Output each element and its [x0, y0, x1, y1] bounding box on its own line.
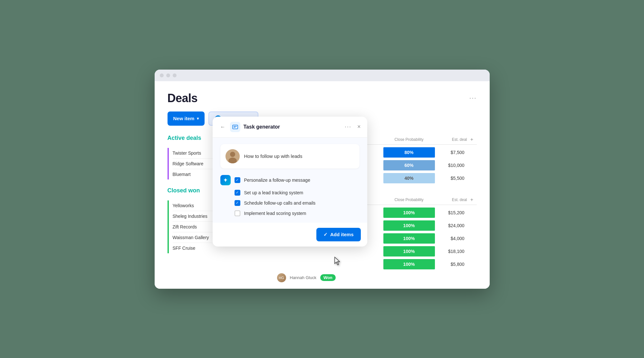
task-row: ✓ Personalize a follow-up message [220, 175, 360, 185]
deal-value-cell: $7,500 [435, 150, 467, 155]
active-deals-title: Active deals [168, 135, 201, 141]
modal-title: Task generator [244, 124, 341, 130]
status-badge: Won [320, 274, 336, 281]
browser-dot-green [173, 73, 177, 77]
prompt-text: How to follow up with leads [244, 153, 303, 159]
assignee-name: Hannah Gluck [290, 275, 316, 280]
task-label: Set up a lead tracking system [244, 190, 303, 195]
deal-value-cell: $15,200 [435, 210, 467, 215]
ai-icon [220, 175, 231, 185]
deal-value-cell: $5,500 [435, 176, 467, 181]
new-item-label: New item [173, 116, 195, 121]
prob-header: Close Probability [383, 198, 435, 202]
svg-rect-0 [233, 125, 238, 129]
browser-dot-yellow [166, 73, 170, 77]
deal-value-cell: $4,000 [435, 236, 467, 241]
task-generator-modal: ← Task generator ··· × [213, 117, 367, 247]
browser-bar [155, 70, 490, 81]
checkmark-icon: ✓ [323, 232, 328, 237]
task-label: Personalize a follow-up message [244, 178, 310, 183]
probability-cell: 100% [383, 208, 435, 218]
task-row: ✓ Schedule follow-up calls and emails [220, 200, 360, 206]
deal-value-cell: $5,800 [435, 262, 467, 267]
probability-cell: 60% [383, 160, 435, 170]
modal-back-button[interactable]: ← [219, 123, 227, 131]
page-header: Deals ··· [168, 92, 477, 105]
task-checkbox[interactable]: ✓ [235, 177, 240, 183]
add-items-button[interactable]: ✓ Add items [316, 228, 361, 241]
more-options-icon[interactable]: ··· [469, 94, 477, 102]
table-row: 100% $5,800 [245, 258, 477, 271]
task-row: ✓ Set up a lead tracking system [220, 190, 360, 196]
modal-more-icon[interactable]: ··· [345, 123, 351, 130]
task-label: Implement lead scoring system [244, 211, 306, 216]
chevron-down-icon: ▾ [197, 116, 199, 121]
prob-header: Close Probability [383, 137, 435, 142]
deal-value-cell: $18,100 [435, 249, 467, 254]
task-checkbox[interactable] [235, 210, 240, 216]
modal-body: How to follow up with leads ✓ Personaliz… [213, 138, 367, 223]
add-col-header[interactable]: + [467, 197, 477, 203]
page-title: Deals [168, 92, 198, 105]
tasks-list: ✓ Personalize a follow-up message ✓ Set … [220, 175, 360, 216]
browser-dot-red [160, 73, 164, 77]
browser-window: Deals ··· New item ▾ A AI Assistant Acti… [155, 70, 490, 289]
task-checkbox[interactable]: ✓ [235, 190, 240, 196]
modal-footer: ✓ Add items [213, 223, 367, 247]
deal-header: Est. deal [435, 198, 467, 202]
modal-icon [230, 122, 240, 132]
task-row: Implement lead scoring system [220, 210, 360, 216]
task-label: Schedule follow-up calls and emails [244, 200, 316, 206]
new-item-button[interactable]: New item ▾ [168, 111, 205, 126]
probability-cell: 100% [383, 233, 435, 244]
task-checkbox[interactable]: ✓ [235, 200, 240, 206]
app-content: Deals ··· New item ▾ A AI Assistant Acti… [155, 81, 490, 289]
deal-value-cell: $10,000 [435, 163, 467, 168]
probability-cell: 100% [383, 246, 435, 256]
modal-close-button[interactable]: × [357, 123, 361, 130]
svg-point-4 [230, 152, 235, 157]
user-avatar [226, 149, 240, 163]
bottom-row: HG Hannah Gluck Won [277, 273, 336, 282]
probability-cell: 40% [383, 173, 435, 183]
deal-value-cell: $24,000 [435, 223, 467, 228]
table-row: 100% $18,100 [245, 245, 477, 258]
add-items-label: Add items [330, 232, 354, 237]
cursor [333, 256, 342, 267]
probability-cell: 80% [383, 147, 435, 158]
add-col-header[interactable]: + [467, 137, 477, 142]
prompt-row: How to follow up with leads [220, 144, 360, 169]
closed-won-title: Closed won [168, 187, 200, 194]
probability-cell: 100% [383, 220, 435, 231]
modal-header: ← Task generator ··· × [213, 117, 367, 138]
deal-header: Est. deal [435, 137, 467, 142]
probability-cell: 100% [383, 259, 435, 269]
assignee-avatar: HG [277, 273, 286, 282]
